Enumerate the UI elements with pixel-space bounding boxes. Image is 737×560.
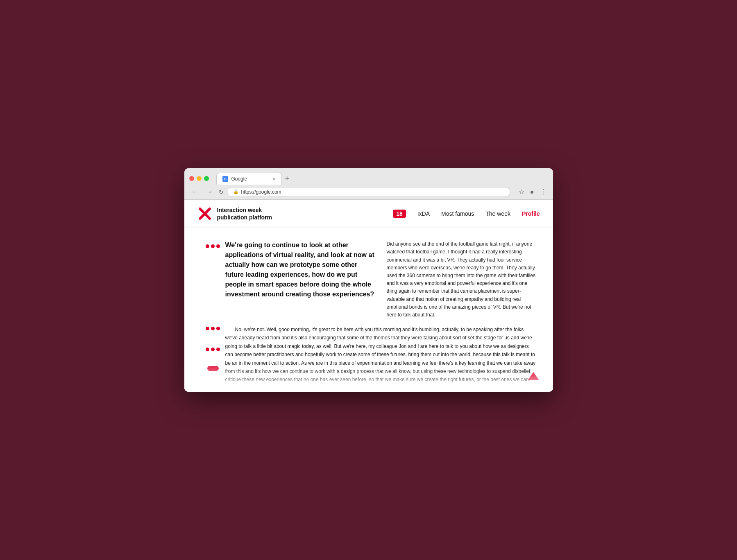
reaction-dot xyxy=(211,327,215,330)
article-area: We're going to continue to look at other… xyxy=(184,228,553,392)
browser-window: G Google × + ← → ↻ 🔒 https://google.com … xyxy=(184,168,553,392)
profile-button[interactable]: ● xyxy=(528,187,536,196)
article-sidebar xyxy=(201,240,225,392)
scroll-up-arrow-icon xyxy=(528,372,539,380)
refresh-button[interactable]: ↻ xyxy=(219,189,224,195)
close-button[interactable] xyxy=(189,176,194,181)
tab-label: Google xyxy=(231,176,247,182)
article-body-paragraph-2: And so we've been talking a lot today al… xyxy=(225,390,537,392)
bookmark-button[interactable]: ☆ xyxy=(517,187,526,196)
browser-addressbar: ← → ↻ 🔒 https://google.com ☆ ● ⋮ xyxy=(184,185,553,199)
reaction-group-4[interactable] xyxy=(207,366,219,371)
reaction-dot xyxy=(211,348,215,351)
menu-button[interactable]: ⋮ xyxy=(538,187,548,196)
browser-tabs: G Google × + xyxy=(216,172,293,185)
nav-badge: 18 xyxy=(393,210,406,218)
reaction-dot xyxy=(206,348,209,351)
tab-close-button[interactable]: × xyxy=(272,176,275,182)
reaction-dot xyxy=(216,348,220,351)
forward-button[interactable]: → xyxy=(204,187,215,196)
maximize-button[interactable] xyxy=(204,176,209,181)
site-logo: Interaction week publication platform xyxy=(197,206,272,221)
nav-item-the-week[interactable]: The week xyxy=(485,210,510,217)
article-layout: We're going to continue to look at other… xyxy=(184,228,553,392)
reaction-dot xyxy=(216,327,220,330)
scroll-up-button[interactable] xyxy=(526,369,541,384)
new-tab-button[interactable]: + xyxy=(282,172,293,185)
reaction-group-1[interactable] xyxy=(206,244,220,248)
article-headline: We're going to continue to look at other… xyxy=(225,240,375,299)
site-header: Interaction week publication platform 18… xyxy=(184,200,553,228)
browser-chrome: G Google × + ← → ↻ 🔒 https://google.com … xyxy=(184,168,553,200)
reaction-dot xyxy=(206,327,209,330)
back-button[interactable]: ← xyxy=(189,187,201,196)
url-text: https://google.com xyxy=(241,189,281,195)
site-title: Interaction week publication platform xyxy=(217,206,272,221)
minimize-button[interactable] xyxy=(197,176,202,181)
browser-tab[interactable]: G Google × xyxy=(216,173,282,185)
address-bar[interactable]: 🔒 https://google.com xyxy=(227,187,510,197)
reaction-dot xyxy=(206,244,209,248)
website-content: Interaction week publication platform 18… xyxy=(184,200,553,392)
reaction-group-2[interactable] xyxy=(206,327,220,330)
article-intro: Did anyone see at the end of the footbal… xyxy=(387,240,537,319)
reaction-dot xyxy=(216,244,220,248)
browser-actions: ☆ ● ⋮ xyxy=(517,187,548,196)
nav-item-most-famous[interactable]: Most famous xyxy=(441,210,474,217)
lock-icon: 🔒 xyxy=(233,189,239,194)
logo-icon xyxy=(197,206,212,221)
reaction-dot xyxy=(211,244,215,248)
reaction-group-3[interactable] xyxy=(206,348,220,351)
reaction-dot-single xyxy=(207,366,219,371)
svg-point-3 xyxy=(203,212,206,215)
nav-item-ixda[interactable]: IxDA xyxy=(417,210,430,217)
nav-item-profile[interactable]: Profile xyxy=(522,210,540,217)
traffic-lights xyxy=(189,176,209,181)
article-body-paragraph-1: No, we're not. Well, good morning, it's … xyxy=(225,325,537,384)
site-nav: 18 IxDA Most famous The week Profile xyxy=(393,210,540,218)
browser-titlebar: G Google × + xyxy=(184,168,553,185)
tab-favicon: G xyxy=(222,176,228,182)
article-body: No, we're not. Well, good morning, it's … xyxy=(225,325,537,392)
